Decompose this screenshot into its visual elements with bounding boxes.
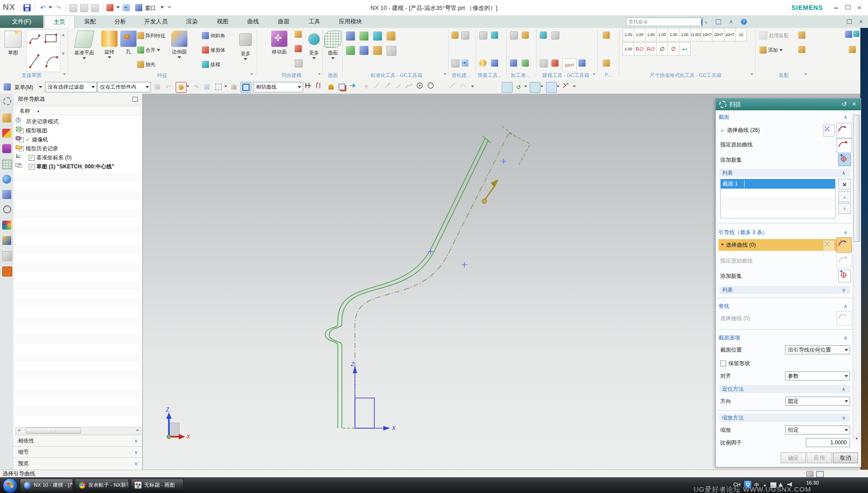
reverse-direction-button[interactable]	[823, 125, 835, 136]
dim-chip-1[interactable]: 1.00	[623, 28, 634, 41]
guides-origin-button[interactable]	[836, 253, 852, 268]
ribbon-extra-icon-2[interactable]	[853, 31, 859, 37]
circle-tool-icon[interactable]	[427, 82, 437, 92]
marquee-dropdown-icon[interactable]	[224, 86, 227, 87]
tab-app-modules[interactable]: 应用模块	[331, 15, 370, 28]
spring-whisk-icon[interactable]	[491, 59, 498, 67]
part-navigator-icon[interactable]	[2, 144, 11, 153]
modeling-binocular-icon[interactable]	[578, 59, 586, 67]
p-cubes-icon-2[interactable]	[603, 59, 610, 67]
work-layer-icon[interactable]	[502, 82, 513, 93]
section-position-dropdown[interactable]: 沿引导线任何位置	[785, 345, 850, 354]
modeling-icon-2[interactable]	[551, 32, 559, 40]
menu-button[interactable]: 菜单(M)	[14, 84, 33, 91]
section-select-curve-row[interactable]: ✓ 选择曲线 (26)	[720, 127, 760, 134]
gear-modeling-icon-1[interactable]	[451, 32, 459, 39]
gc-approve-icon[interactable]	[346, 46, 355, 55]
scroll-right-icon[interactable]: ►	[136, 428, 140, 432]
group-dialog-launcher-icon[interactable]	[750, 73, 753, 75]
gear-modeling-icon-2[interactable]	[461, 32, 469, 40]
start-button[interactable]	[3, 478, 18, 493]
add-new-set-button[interactable]	[838, 154, 851, 166]
p-cubes-icon[interactable]	[603, 32, 610, 39]
preview-panel-header[interactable]: 预览 ∨	[14, 457, 142, 469]
horizontal-scrollbar[interactable]: ◄ ⋮⋮ ►	[15, 427, 141, 434]
minimize-ribbon-icon[interactable]: ∧	[727, 18, 735, 25]
scale-method-band[interactable]: 缩放方法 ∧	[719, 414, 850, 422]
tab-view[interactable]: 视图	[208, 15, 237, 28]
direction-dropdown[interactable]: 固定	[785, 397, 850, 406]
align-dropdown[interactable]: 参数	[785, 371, 850, 380]
dim2-return-icon[interactable]: ↩	[679, 42, 691, 56]
orientation-band[interactable]: 定位方法 ∧	[719, 385, 850, 393]
gc-layers-icon[interactable]	[359, 32, 368, 41]
true-shading-icon[interactable]	[546, 82, 557, 93]
dialog-scrollbar-thumb[interactable]	[854, 115, 860, 242]
tree-row-model-history[interactable]: − 模型历史记录	[15, 144, 144, 153]
guides-curve-select-button[interactable]	[836, 237, 852, 253]
restore-button[interactable]	[843, 3, 852, 11]
section-header[interactable]: 截面 ∧	[718, 113, 854, 121]
group-dialog-launcher-icon[interactable]	[593, 73, 595, 75]
chamfer-button[interactable]: 倒斜角	[202, 29, 225, 42]
rotate-view-icon[interactable]: ↷	[191, 82, 201, 92]
section-add-new-set-row[interactable]: 添加新集	[720, 156, 742, 164]
gear-abc-icon[interactable]	[451, 59, 459, 68]
hd3d-tools-icon[interactable]	[2, 190, 11, 199]
delete-face-icon[interactable]	[295, 59, 303, 68]
hole-button[interactable]: 孔	[121, 29, 136, 72]
scrollbar-thumb[interactable]: ⋮⋮	[26, 428, 81, 434]
collapse-icon[interactable]: −	[19, 146, 24, 151]
machining-axes-icon[interactable]	[522, 59, 529, 67]
diag-line-icon[interactable]	[449, 82, 459, 92]
guides-add-button[interactable]	[838, 270, 851, 282]
section-dropdown-icon[interactable]	[573, 86, 576, 87]
assembly-icon-1[interactable]	[798, 32, 805, 39]
circle-center-icon[interactable]	[416, 82, 426, 92]
dim2-dia2-icon[interactable]: ∅	[668, 42, 679, 56]
checker-dropdown-icon[interactable]	[541, 86, 543, 87]
keep-shape-row[interactable]: 保留形状	[720, 360, 750, 367]
replace-face-icon[interactable]	[295, 45, 302, 52]
revolve-button[interactable]: 旋转	[99, 29, 120, 72]
tab-analysis[interactable]: 分析	[106, 15, 134, 28]
spring-icon-1[interactable]	[479, 32, 487, 40]
shell-button[interactable]: 抽壳	[137, 58, 155, 71]
selection-filter-dropdown[interactable]: 没有选择过滤器	[45, 82, 97, 92]
apply-button[interactable]: 应用	[807, 452, 832, 463]
dim2-rdia-icon[interactable]: R∅	[634, 42, 645, 56]
plus-tool-icon[interactable]	[438, 82, 448, 92]
dim2-rdia2-icon[interactable]: R∅	[645, 42, 657, 56]
full-screen-icon[interactable]	[714, 18, 723, 25]
spring-donut-icon[interactable]	[479, 59, 486, 67]
spine-curve-button[interactable]	[836, 311, 852, 326]
gc-abc-icon[interactable]	[386, 46, 396, 56]
help-icon[interactable]: ?	[740, 18, 748, 25]
tree-row-datum-csys[interactable]: ✓ 基准坐标系 (0)	[15, 153, 154, 162]
expand-icon[interactable]: +	[19, 137, 24, 142]
clock[interactable]: 16:30	[806, 480, 819, 485]
group-dialog-launcher-icon[interactable]	[250, 73, 253, 75]
spine-header[interactable]: 脊线 ∧	[718, 302, 854, 310]
checkbox-checked-icon[interactable]: ✓	[29, 164, 35, 170]
tree-row-history-mode[interactable]: 历史记录模式	[15, 117, 151, 126]
image-display-icon[interactable]	[491, 82, 501, 92]
taskbar-button-nx[interactable]: NX 10 - 建模 - [产...	[20, 479, 73, 492]
keep-shape-checkbox[interactable]	[720, 361, 726, 366]
machining-grid-icon[interactable]	[510, 59, 517, 67]
edge-blend-button[interactable]: 边倒圆	[166, 29, 193, 72]
machining-icon-1[interactable]	[510, 32, 518, 40]
spline-tool-icon[interactable]	[405, 82, 415, 92]
dim2-chip-1[interactable]: 1.00	[623, 42, 634, 56]
tab-home[interactable]: 主页	[44, 15, 75, 28]
manage-icon[interactable]	[2, 236, 11, 245]
checker-display-icon[interactable]	[530, 82, 541, 93]
palette-scroll-up-icon[interactable]: ▲	[61, 32, 65, 37]
details-panel-header[interactable]: 细节 ∨	[14, 446, 142, 457]
spreadsheet-icon[interactable]	[2, 251, 12, 261]
guides-list-band[interactable]: 列表 ∨	[719, 286, 850, 294]
surface-button[interactable]: 曲面	[324, 29, 342, 72]
line-tool-icon[interactable]	[373, 82, 383, 92]
grid-display-icon[interactable]	[480, 82, 490, 92]
dialog-reset-icon[interactable]: ↺	[840, 100, 848, 108]
